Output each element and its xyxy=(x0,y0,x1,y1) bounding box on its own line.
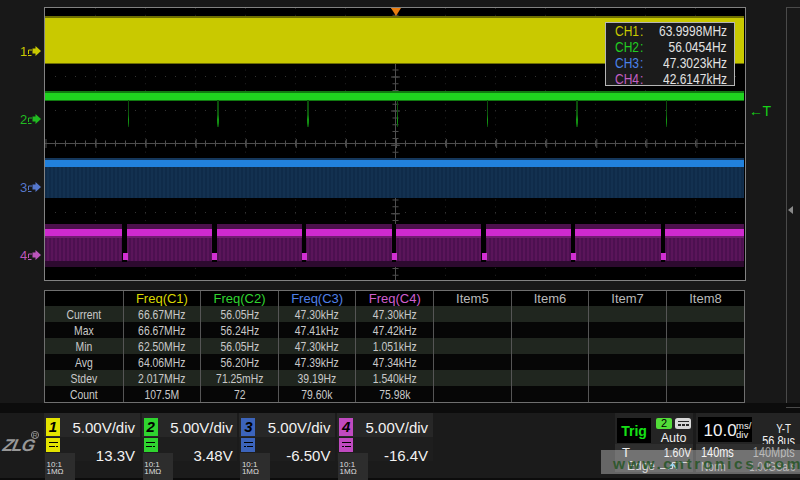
svg-text:R: R xyxy=(32,432,37,439)
